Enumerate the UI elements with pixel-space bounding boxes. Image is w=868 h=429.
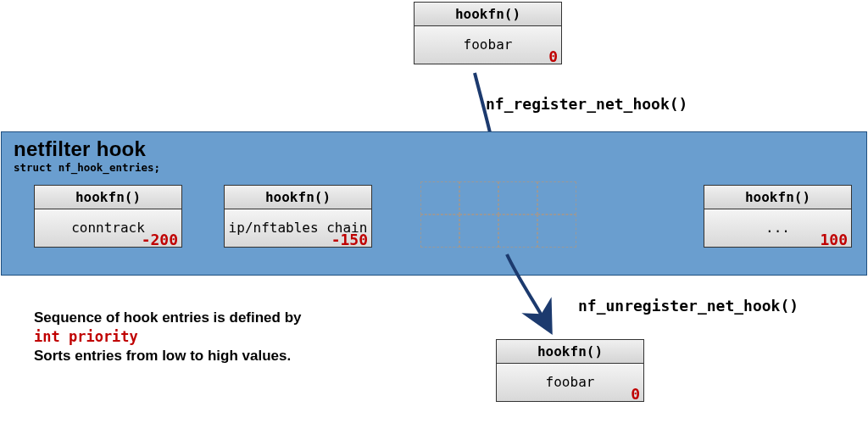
hook-box-ellipsis: hookfn() ... 100	[704, 185, 852, 248]
hook-priority: -150	[331, 231, 368, 248]
hook-body: foobar	[497, 364, 643, 401]
hook-priority: 0	[548, 47, 558, 65]
hook-priority: 0	[631, 385, 640, 403]
hook-priority: -200	[142, 231, 178, 248]
hook-header: hookfn()	[704, 186, 851, 209]
hook-header: hookfn()	[497, 340, 643, 364]
hook-priority: 100	[820, 231, 848, 248]
note-line1: Sequence of hook entries is defined by	[34, 309, 302, 326]
hook-box-nftables: hookfn() ip/nftables chain -150	[224, 185, 372, 248]
priority-note: Sequence of hook entries is defined by i…	[34, 309, 390, 365]
empty-slot-grid	[420, 181, 578, 248]
hook-header: hookfn()	[35, 186, 181, 209]
hook-header: hookfn()	[415, 3, 561, 26]
note-line2: int priority	[34, 328, 138, 345]
hook-box-conntrack: hookfn() conntrack -200	[34, 185, 182, 248]
container-title: netfilter hook	[14, 137, 146, 161]
hook-box-bottom: hookfn() foobar 0	[496, 339, 644, 402]
arrow-unregister	[492, 254, 576, 348]
hook-header: hookfn()	[225, 186, 371, 209]
unregister-call-label: nf_unregister_net_hook()	[578, 297, 798, 315]
note-line3: Sorts entries from low to high values.	[34, 348, 291, 364]
container-subtitle: struct nf_hook_entries;	[14, 161, 160, 174]
hook-box-top: hookfn() foobar 0	[414, 2, 562, 64]
hook-body: foobar	[415, 26, 561, 64]
